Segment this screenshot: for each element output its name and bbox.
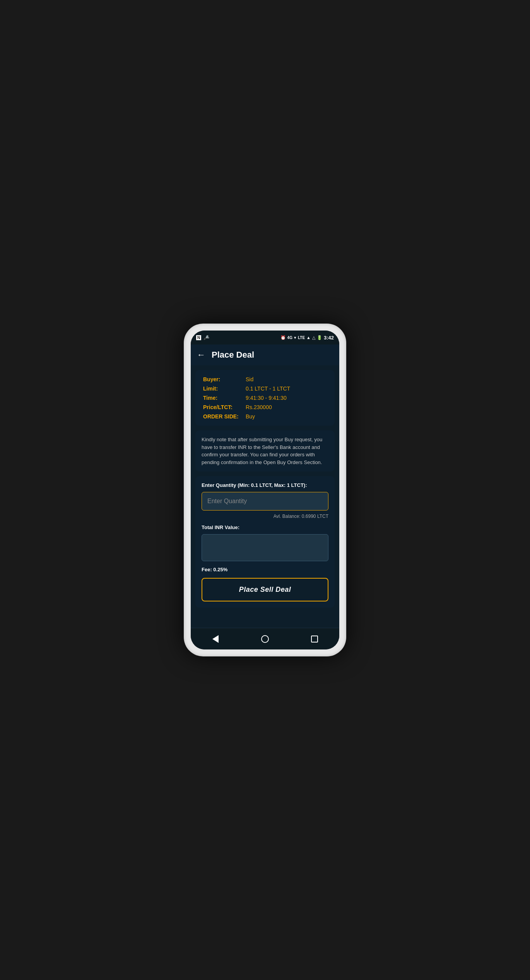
limit-value: 0.1 LTCT - 1 LTCT [246,385,290,392]
notice-box: Kindly note that after submitting your B… [195,430,335,471]
phone-device: N 🎤̶ ⏰ 4G ▾ LTE ▲ △ 🔋 3:42 ← Place Deal [184,324,346,656]
status-time: 3:42 [324,335,334,341]
status-right-icons: ⏰ 4G ▾ LTE ▲ △ 🔋 3:42 [280,335,334,341]
wifi-icon: ▾ [294,335,296,340]
order-side-label: ORDER SIDE: [203,413,246,420]
place-sell-deal-button[interactable]: Place Sell Deal [202,578,328,601]
nav-home-button[interactable] [257,631,273,647]
nav-recent-button[interactable] [307,631,322,647]
price-row: Price/LTCT: Rs.230000 [203,404,327,410]
time-row: Time: 9:41:30 - 9:41:30 [203,395,327,401]
buyer-row: Buyer: Sid [203,376,327,382]
home-circle-icon [261,635,269,643]
balance-text: Avl. Balance: 0.6990 LTCT [202,514,328,519]
phone-screen: N 🎤̶ ⏰ 4G ▾ LTE ▲ △ 🔋 3:42 ← Place Deal [191,331,339,649]
time-value: 9:41:30 - 9:41:30 [246,395,287,401]
time-label: Time: [203,395,246,401]
nav-bar [191,628,339,649]
price-label: Price/LTCT: [203,404,246,410]
form-section: Enter Quantity (Min: 0.1 LTCT, Max: 1 LT… [195,476,335,608]
status-left-icons: N 🎤̶ [196,335,209,340]
lte-icon: LTE [298,336,305,340]
mic-off-icon: 🎤̶ [203,335,209,340]
order-side-row: ORDER SIDE: Buy [203,413,327,420]
quantity-field-label: Enter Quantity (Min: 0.1 LTCT, Max: 1 LT… [202,482,328,488]
order-side-value: Buy [246,413,255,420]
inr-value-input[interactable] [202,534,328,561]
alarm-icon: ⏰ [280,335,286,340]
notice-text: Kindly note that after submitting your B… [202,436,328,466]
buyer-value: Sid [246,376,253,382]
main-content: Buyer: Sid Limit: 0.1 LTCT - 1 LTCT Time… [191,365,339,628]
price-value: Rs.230000 [246,404,272,410]
limit-label: Limit: [203,385,246,392]
notification-icon: N [196,335,201,340]
deal-info-card: Buyer: Sid Limit: 0.1 LTCT - 1 LTCT Time… [195,370,335,426]
fee-text: Fee: 0.25% [202,567,328,572]
recent-square-icon [311,636,318,642]
buyer-label: Buyer: [203,376,246,382]
page-title: Place Deal [212,350,254,360]
signal-bar2-icon: △ [312,335,315,340]
back-triangle-icon [212,635,219,643]
battery-icon: 🔋 [317,335,322,340]
status-bar: N 🎤̶ ⏰ 4G ▾ LTE ▲ △ 🔋 3:42 [191,331,339,344]
signal-bar-icon: ▲ [306,335,311,340]
inr-label: Total INR Value: [202,524,328,530]
nav-back-button[interactable] [208,631,223,647]
page-header: ← Place Deal [191,344,339,365]
back-button[interactable]: ← [197,350,205,360]
quantity-input[interactable] [202,492,328,511]
signal-4g-icon: 4G [287,336,292,340]
limit-row: Limit: 0.1 LTCT - 1 LTCT [203,385,327,392]
